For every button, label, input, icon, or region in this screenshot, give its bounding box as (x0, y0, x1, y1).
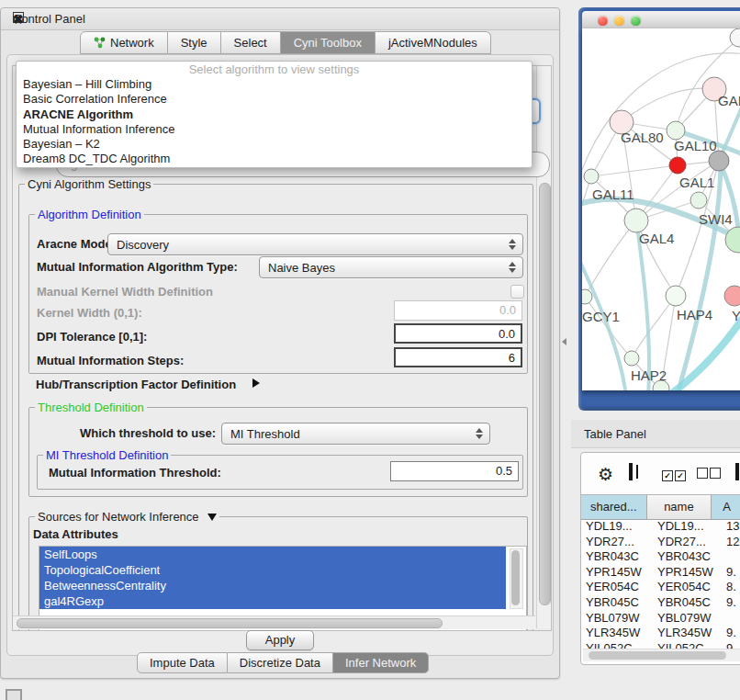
tab-cyni-toolbox[interactable]: Cyni Toolbox (281, 31, 376, 54)
table-row[interactable]: YPR145W YPR145W 9. (581, 565, 740, 581)
restore-panel-icon[interactable] (6, 689, 22, 700)
combo-arrows-icon (509, 239, 522, 250)
node-label: GAL4 (639, 231, 674, 246)
manual-kernel-width-checkbox[interactable] (510, 285, 524, 299)
menu-item[interactable]: Basic Correlation Inference (17, 92, 532, 107)
node-y[interactable] (724, 286, 740, 306)
new-table-icon[interactable] (735, 463, 739, 480)
minimize-traffic-light[interactable] (614, 16, 624, 26)
network-view-window: GAL2 GAL80 GAL10 GAL1 GAL11 SWI4 GAL4 GC… (578, 7, 740, 411)
scrollbar-thumb[interactable] (17, 618, 443, 628)
gear-icon[interactable]: ⚙ (598, 464, 613, 485)
scrollbar-thumb[interactable] (539, 183, 551, 605)
table-row[interactable]: YLR345W YLR345W 9. (581, 626, 740, 641)
collapse-down-icon[interactable] (207, 514, 217, 521)
node-gal1[interactable] (690, 192, 707, 209)
network-window-titlebar (582, 11, 740, 29)
table-row[interactable]: YIL052C YIL052C 9. (581, 641, 740, 649)
node-label: GAL11 (592, 186, 634, 202)
sources-group-title: Sources for Network Inference (35, 510, 219, 524)
table-row[interactable]: YER054C YER054C 8. (581, 580, 740, 595)
node-gray[interactable] (709, 151, 729, 171)
aracne-mode-combobox[interactable]: Discovery (107, 233, 523, 255)
tab-infer-network[interactable]: Infer Network (333, 652, 429, 673)
mi-steps-field[interactable]: 6 (394, 347, 522, 367)
mi-threshold-group-title: MI Threshold Definition (43, 448, 171, 462)
table-row[interactable]: YDL19... YDL19... 13 (581, 519, 740, 535)
tab-select[interactable]: Select (221, 31, 281, 54)
combo-arrows-icon (509, 262, 522, 273)
horizontal-scrollbar[interactable] (13, 615, 535, 629)
node[interactable] (730, 28, 740, 47)
apply-button[interactable]: Apply (246, 630, 314, 650)
network-icon (94, 37, 106, 49)
algorithm-dropdown-popup: Select algorithm to view settings Bayesi… (16, 61, 533, 168)
table-panel-header: Table Panel (571, 420, 740, 448)
algorithm-definition-group: Algorithm Definition Aracne Mode: Discov… (28, 214, 528, 374)
expand-right-icon[interactable] (252, 378, 260, 388)
kernel-width-field[interactable]: 0.0 (394, 300, 522, 321)
node-label: GAL80 (621, 130, 664, 145)
tab-impute-data[interactable]: Impute Data (137, 652, 228, 673)
list-scrollbar[interactable] (510, 548, 523, 609)
column-header-name[interactable]: name (647, 495, 712, 519)
node-gal4[interactable] (624, 209, 648, 232)
panel-splitter-arrow[interactable] (562, 338, 566, 345)
network-canvas[interactable]: GAL2 GAL80 GAL10 GAL1 GAL11 SWI4 GAL4 GC… (582, 28, 740, 390)
table-row[interactable]: YDR27... YDR27... 12 (581, 535, 740, 550)
node-gcy1[interactable] (582, 289, 592, 304)
table-panel: ⚙ ✓✓ shared... name A YDL19... YDL19... … (580, 452, 740, 665)
dpi-tolerance-field[interactable]: 0.0 (394, 323, 522, 344)
column-header-partial[interactable]: A (712, 495, 740, 519)
popup-prompt: Select algorithm to view settings (17, 62, 532, 77)
select-all-icon[interactable]: ✓✓ (662, 468, 686, 481)
node-label: Y (732, 308, 740, 323)
mi-threshold-label: Mutual Information Threshold: (49, 466, 221, 480)
network-graph: GAL2 GAL80 GAL10 GAL1 GAL11 SWI4 GAL4 GC… (582, 28, 740, 390)
table-panel-title: Table Panel (584, 427, 646, 441)
scrollbar-thumb[interactable] (589, 651, 726, 660)
tab-jactivemnodules[interactable]: jActiveMNodules (376, 31, 491, 54)
tab-network[interactable]: Network (80, 31, 168, 54)
node-label: GAL10 (674, 138, 717, 153)
mi-threshold-group: MI Threshold Definition Mutual Informati… (37, 455, 523, 490)
table-row[interactable]: YBR043C YBR043C (581, 549, 740, 565)
list-item[interactable]: SelfLoops (39, 547, 506, 562)
node-label: GAL2 (718, 93, 740, 108)
control-panel-tabs: Network Style Select Cyni Toolbox jActiv… (80, 31, 491, 54)
table-rows: YDL19... YDL19... 13 YDR27... YDR27... 1… (581, 519, 740, 649)
columns-icon[interactable] (629, 463, 633, 480)
node-gal10[interactable] (667, 121, 685, 140)
table-row[interactable]: YBL079W YBL079W (581, 611, 740, 627)
menu-item-selected[interactable]: ARACNE Algorithm (17, 107, 532, 122)
list-item[interactable]: TopologicalCoefficient (39, 562, 506, 578)
list-item[interactable]: BetweennessCentrality (39, 578, 506, 593)
menu-item[interactable]: Bayesian – Hill Climbing (17, 77, 532, 92)
node-hap4[interactable] (666, 286, 686, 306)
menu-item[interactable]: Mutual Information Inference (17, 122, 532, 137)
close-icon[interactable]: ✖ (13, 12, 550, 27)
bottom-tabstrip: Impute Data Discretize Data Infer Networ… (137, 652, 429, 673)
which-threshold-combobox[interactable]: MI Threshold (221, 423, 490, 445)
vertical-scrollbar[interactable] (536, 66, 551, 628)
threshold-definition-group: Threshold Definition Which threshold to … (28, 407, 528, 497)
tab-network-label: Network (110, 32, 154, 53)
column-header-shared-name[interactable]: shared... (581, 495, 647, 519)
node-gal11[interactable] (584, 169, 599, 184)
table-row[interactable]: YBR045C YBR045C 9. (581, 595, 740, 611)
list-item[interactable]: gal4RGexp (39, 593, 506, 609)
tab-style[interactable]: Style (168, 31, 221, 54)
menu-item[interactable]: Dream8 DC_TDC Algorithm (17, 152, 532, 166)
deselect-all-icon[interactable] (697, 468, 721, 481)
close-traffic-light[interactable] (598, 16, 608, 26)
mi-algorithm-type-combobox[interactable]: Naive Bayes (259, 256, 523, 278)
zoom-traffic-light[interactable] (631, 16, 641, 26)
menu-item[interactable]: Bayesian – K2 (17, 137, 532, 152)
node-hap2[interactable] (624, 351, 639, 366)
tab-discretize-data[interactable]: Discretize Data (228, 652, 333, 673)
table-horizontal-scrollbar[interactable] (583, 649, 740, 661)
aracne-mode-label: Aracne Mode: (37, 237, 116, 251)
data-attributes-label: Data Attributes (33, 527, 118, 541)
mi-threshold-field[interactable]: 0.5 (390, 461, 519, 481)
node-red[interactable] (669, 157, 686, 174)
